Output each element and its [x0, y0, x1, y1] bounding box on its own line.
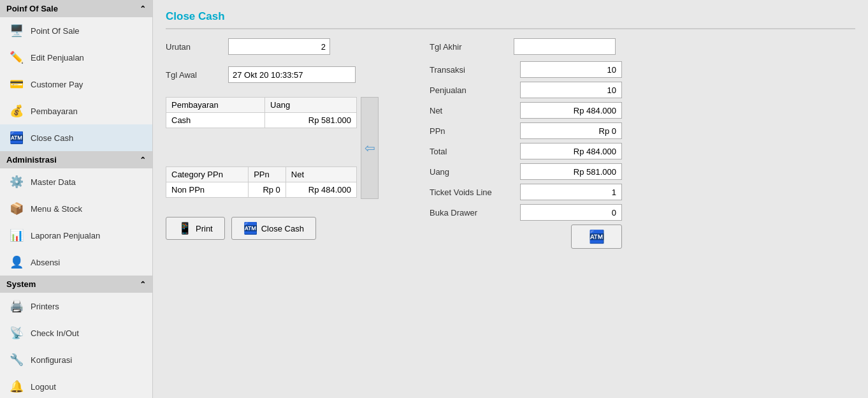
- sidebar-item-label: Pembayaran: [31, 107, 78, 116]
- sidebar-item-label: Menu & Stock: [31, 204, 82, 214]
- bell-icon: 🔔: [8, 378, 25, 395]
- sidebar-item-menu-stock[interactable]: 📦 Menu & Stock: [0, 195, 152, 222]
- gear-icon: ⚙️: [8, 173, 25, 191]
- penjualan-label: Penjualan: [430, 82, 512, 98]
- sidebar-item-edit-penjualan[interactable]: ✏️ Edit Penjualan: [0, 44, 152, 71]
- sidebar-item-label: Printers: [31, 302, 59, 311]
- ppn-cell: Rp 0: [249, 182, 286, 198]
- wrench-icon: 🔧: [8, 351, 25, 369]
- cash-register-action-button[interactable]: 🏧: [571, 225, 622, 249]
- urutan-input[interactable]: [228, 38, 330, 55]
- cash-register-icon: 🏧: [8, 129, 25, 147]
- uang-label: Uang: [430, 163, 512, 180]
- payment-icon: 💰: [8, 102, 25, 120]
- sidebar-item-printers[interactable]: 🖨️ Printers: [0, 293, 152, 320]
- ppn-label: PPn: [430, 122, 512, 139]
- sidebar-section-label: Poinf Of Sale: [6, 4, 58, 13]
- sidebar: Poinf Of Sale ⌃ 🖥️ Point Of Sale ✏️ Edit…: [0, 0, 153, 398]
- print-button[interactable]: 📱 Print: [166, 217, 225, 240]
- table-row: Non PPn Rp 0 Rp 484.000: [166, 182, 357, 198]
- tgl-awal-input[interactable]: [228, 66, 356, 83]
- ppn-header: PPn: [249, 167, 286, 182]
- sidebar-section-system[interactable]: System ⌃: [0, 276, 152, 293]
- sidebar-item-master-data[interactable]: ⚙️ Master Data: [0, 168, 152, 195]
- page-title: Close Cash: [166, 10, 855, 29]
- payment-cell: Cash: [166, 113, 265, 128]
- sidebar-item-label: Absensi: [31, 258, 60, 267]
- sidebar-item-konfigurasi[interactable]: 🔧 Konfigurasi: [0, 346, 152, 373]
- left-arrow-icon: ⇦: [365, 140, 375, 156]
- total-label: Total: [430, 143, 512, 159]
- tgl-akhir-input[interactable]: [514, 38, 616, 55]
- scroll-panel[interactable]: ⇦: [361, 97, 379, 199]
- sidebar-section-label: Administrasi: [6, 155, 57, 165]
- credit-card-icon: 💳: [8, 75, 25, 93]
- sidebar-section-point-of-sale[interactable]: Poinf Of Sale ⌃: [0, 0, 152, 17]
- buka-drawer-input[interactable]: [520, 204, 622, 221]
- transaksi-input[interactable]: [520, 61, 622, 78]
- main-content: Close Cash Urutan Tgl Awal Pemb: [153, 0, 868, 398]
- chevron-up-icon: ⌃: [140, 280, 146, 289]
- sidebar-item-label: Close Cash: [31, 133, 73, 143]
- sidebar-item-pembayaran[interactable]: 💰 Pembayaran: [0, 98, 152, 124]
- report-icon: 📊: [8, 226, 25, 244]
- tgl-akhir-label: Tgl Akhir: [430, 42, 506, 52]
- uang-col-header: Uang: [265, 98, 357, 113]
- ppn-table: Category PPn PPn Net Non PPn Rp 0 Rp 484…: [166, 166, 357, 198]
- stock-icon: 📦: [8, 200, 25, 217]
- sidebar-item-check-in-out[interactable]: 📡 Check In/Out: [0, 320, 152, 346]
- sidebar-item-point-of-sale[interactable]: 🖥️ Point Of Sale: [0, 17, 152, 44]
- transaksi-label: Transaksi: [430, 61, 512, 78]
- cash-register-btn-icon: 🏧: [243, 221, 257, 235]
- category-ppn-header: Category PPn: [166, 167, 249, 182]
- sidebar-item-label: Laporan Penjualan: [31, 231, 100, 240]
- wifi-icon: 📡: [8, 324, 25, 342]
- cash-register-action-icon: 🏧: [589, 229, 605, 244]
- net-label: Net: [430, 102, 512, 119]
- user-icon: 👤: [8, 253, 25, 271]
- sidebar-section-administrasi[interactable]: Administrasi ⌃: [0, 151, 152, 168]
- uang-input[interactable]: [520, 163, 622, 180]
- edit-icon: ✏️: [8, 48, 25, 66]
- tgl-awal-label: Tgl Awal: [166, 70, 223, 80]
- urutan-label: Urutan: [166, 42, 223, 52]
- printer-icon: 🖨️: [8, 297, 25, 315]
- payment-col-header: Pembayaran: [166, 98, 265, 113]
- sidebar-item-customer-pay[interactable]: 💳 Customer Pay: [0, 71, 152, 98]
- chevron-up-icon: ⌃: [140, 156, 146, 165]
- net-header: Net: [286, 167, 356, 182]
- sidebar-item-label: Customer Pay: [31, 80, 83, 89]
- payment-table: Pembayaran Uang Cash Rp 581.000: [166, 97, 357, 128]
- penjualan-input[interactable]: [520, 82, 622, 98]
- sidebar-item-label: Master Data: [31, 177, 76, 187]
- buka-drawer-label: Buka Drawer: [430, 204, 512, 221]
- ticket-voids-label: Ticket Voids Line: [430, 184, 512, 200]
- chevron-up-icon: ⌃: [140, 4, 146, 13]
- close-cash-button[interactable]: 🏧 Close Cash: [231, 217, 316, 240]
- sidebar-item-label: Check In/Out: [31, 328, 79, 338]
- net-cell: Rp 484.000: [286, 182, 356, 198]
- total-input[interactable]: [520, 143, 622, 159]
- sidebar-item-label: Logout: [31, 382, 56, 392]
- category-cell: Non PPn: [166, 182, 249, 198]
- table-row: Cash Rp 581.000: [166, 113, 357, 128]
- sidebar-item-label: Konfigurasi: [31, 355, 72, 365]
- pos-icon: 🖥️: [8, 22, 25, 40]
- uang-cell: Rp 581.000: [265, 113, 357, 128]
- ticket-voids-input[interactable]: [520, 184, 622, 200]
- sidebar-item-laporan-penjualan[interactable]: 📊 Laporan Penjualan: [0, 222, 152, 249]
- sidebar-item-label: Edit Penjualan: [31, 53, 84, 63]
- sidebar-item-close-cash[interactable]: 🏧 Close Cash: [0, 124, 152, 151]
- sidebar-item-label: Point Of Sale: [31, 26, 80, 36]
- net-input[interactable]: [520, 102, 622, 119]
- ppn-input[interactable]: [520, 122, 622, 139]
- close-cash-label: Close Cash: [261, 224, 304, 233]
- print-label: Print: [196, 224, 213, 233]
- sidebar-item-absensi[interactable]: 👤 Absensi: [0, 249, 152, 276]
- sidebar-section-label: System: [6, 279, 36, 289]
- print-icon: 📱: [178, 221, 192, 235]
- sidebar-item-logout[interactable]: 🔔 Logout: [0, 373, 152, 398]
